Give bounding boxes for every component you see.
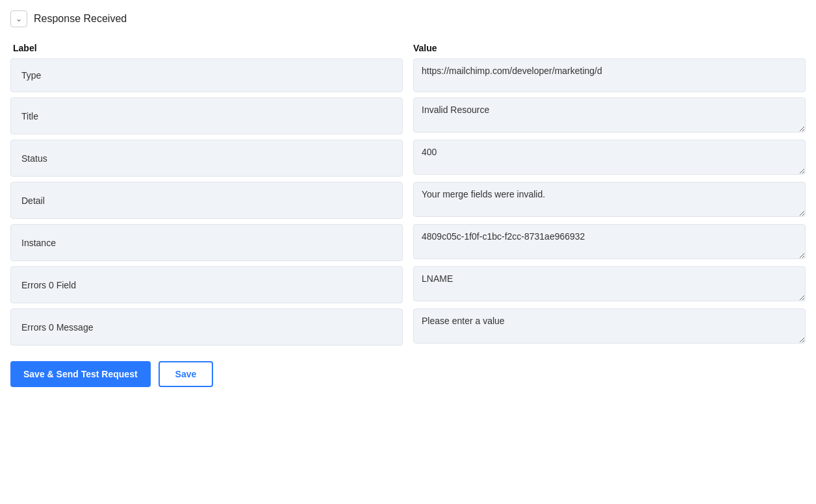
label-errors-0-message: Errors 0 Message: [10, 309, 403, 346]
response-section: ⌄ Response Received Label Value Type htt…: [10, 10, 806, 387]
value-instance[interactable]: [413, 224, 806, 259]
save-button[interactable]: Save: [159, 361, 214, 387]
table-row: Errors 0 Field: [10, 266, 806, 303]
label-detail: Detail: [10, 182, 403, 219]
table-row: Instance: [10, 224, 806, 261]
value-detail[interactable]: [413, 182, 806, 217]
table-row: Title: [10, 97, 806, 134]
label-instance: Instance: [10, 224, 403, 261]
value-column-header: Value: [413, 43, 803, 53]
table-row: Errors 0 Message: [10, 309, 806, 346]
label-column-header: Label: [13, 43, 403, 53]
value-type[interactable]: https://mailchimp.com/developer/marketin…: [413, 58, 806, 92]
value-title[interactable]: [413, 97, 806, 132]
label-type: Type: [10, 58, 403, 92]
label-errors-0-field: Errors 0 Field: [10, 266, 403, 303]
table-row: Type https://mailchimp.com/developer/mar…: [10, 58, 806, 92]
columns-header: Label Value: [10, 43, 806, 53]
section-header: ⌄ Response Received: [10, 10, 806, 27]
footer-actions: Save & Send Test Request Save: [10, 361, 806, 387]
collapse-button[interactable]: ⌄: [10, 10, 27, 27]
table-row: Status: [10, 140, 806, 177]
value-errors-0-message[interactable]: [413, 309, 806, 344]
label-status: Status: [10, 140, 403, 177]
label-title: Title: [10, 97, 403, 134]
section-title: Response Received: [34, 13, 127, 25]
value-status[interactable]: [413, 140, 806, 175]
value-errors-0-field[interactable]: [413, 266, 806, 301]
chevron-down-icon: ⌄: [16, 14, 22, 23]
rows-container: Type https://mailchimp.com/developer/mar…: [10, 58, 806, 346]
save-send-button[interactable]: Save & Send Test Request: [10, 361, 151, 387]
table-row: Detail: [10, 182, 806, 219]
